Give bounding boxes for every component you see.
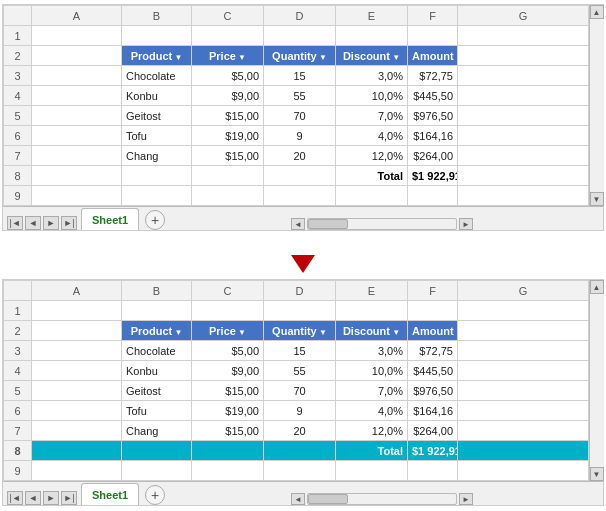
- cell-g4[interactable]: [458, 86, 589, 106]
- cell-g6[interactable]: [458, 126, 589, 146]
- cell-e1[interactable]: [336, 26, 408, 46]
- cell-a6[interactable]: [32, 126, 122, 146]
- bot-cell-g1[interactable]: [458, 301, 589, 321]
- cell-g7[interactable]: [458, 146, 589, 166]
- bot-qty-r3[interactable]: 15: [264, 341, 336, 361]
- bot-nav-first-btn[interactable]: |◄: [7, 491, 23, 505]
- bot-amt-r5[interactable]: $976,50: [408, 381, 458, 401]
- bot-sheet1-tab[interactable]: Sheet1: [81, 483, 139, 505]
- top-amount-header[interactable]: Amount: [408, 46, 458, 66]
- bot-disc-r5[interactable]: 7,0%: [336, 381, 408, 401]
- bot-cell-d9[interactable]: [264, 461, 336, 481]
- scroll-up-button[interactable]: ▲: [590, 5, 604, 19]
- bot-h-scrollbar-thumb[interactable]: [308, 494, 348, 504]
- bot-cell-d1[interactable]: [264, 301, 336, 321]
- bot-discount-header[interactable]: Discount: [336, 321, 408, 341]
- bot-disc-r7[interactable]: 12,0%: [336, 421, 408, 441]
- bot-product-r7[interactable]: Chang: [122, 421, 192, 441]
- bot-h-scroll-left-btn[interactable]: ◄: [291, 493, 305, 505]
- bot-nav-next-btn[interactable]: ►: [43, 491, 59, 505]
- cell-g2[interactable]: [458, 46, 589, 66]
- top-disc-r5[interactable]: 7,0%: [336, 106, 408, 126]
- bot-amt-r4[interactable]: $445,50: [408, 361, 458, 381]
- bot-cell-a1[interactable]: [32, 301, 122, 321]
- top-product-r5[interactable]: Geitost: [122, 106, 192, 126]
- cell-f9[interactable]: [408, 186, 458, 206]
- top-product-header[interactable]: Product: [122, 46, 192, 66]
- cell-a1[interactable]: [32, 26, 122, 46]
- top-price-r3[interactable]: $5,00: [192, 66, 264, 86]
- bot-scroll-down-button[interactable]: ▼: [590, 467, 604, 481]
- bot-amt-r3[interactable]: $72,75: [408, 341, 458, 361]
- bot-cell-a4[interactable]: [32, 361, 122, 381]
- bot-cell-g3[interactable]: [458, 341, 589, 361]
- bot-product-r4[interactable]: Konbu: [122, 361, 192, 381]
- h-scroll-left-btn[interactable]: ◄: [291, 218, 305, 230]
- cell-a7[interactable]: [32, 146, 122, 166]
- bot-h-scrollbar[interactable]: [307, 493, 457, 505]
- top-qty-r3[interactable]: 15: [264, 66, 336, 86]
- bot-cell-g4[interactable]: [458, 361, 589, 381]
- top-product-r3[interactable]: Chocolate: [122, 66, 192, 86]
- bot-cell-a9[interactable]: [32, 461, 122, 481]
- bot-disc-r4[interactable]: 10,0%: [336, 361, 408, 381]
- bot-cell-f1[interactable]: [408, 301, 458, 321]
- bot-product-r6[interactable]: Tofu: [122, 401, 192, 421]
- bot-cell-g6[interactable]: [458, 401, 589, 421]
- bot-cell-a8[interactable]: [32, 441, 122, 461]
- nav-next-btn[interactable]: ►: [43, 216, 59, 230]
- cell-c9[interactable]: [192, 186, 264, 206]
- cell-d9[interactable]: [264, 186, 336, 206]
- bot-cell-f9[interactable]: [408, 461, 458, 481]
- cell-e9[interactable]: [336, 186, 408, 206]
- sheet1-tab[interactable]: Sheet1: [81, 208, 139, 230]
- top-qty-r7[interactable]: 20: [264, 146, 336, 166]
- add-sheet-button[interactable]: +: [145, 210, 165, 230]
- bot-cell-a2[interactable]: [32, 321, 122, 341]
- top-disc-r3[interactable]: 3,0%: [336, 66, 408, 86]
- top-qty-r6[interactable]: 9: [264, 126, 336, 146]
- top-amt-r5[interactable]: $976,50: [408, 106, 458, 126]
- cell-a9[interactable]: [32, 186, 122, 206]
- top-amt-r6[interactable]: $164,16: [408, 126, 458, 146]
- bot-price-r7[interactable]: $15,00: [192, 421, 264, 441]
- bot-qty-r7[interactable]: 20: [264, 421, 336, 441]
- cell-c1[interactable]: [192, 26, 264, 46]
- h-scroll-right-btn[interactable]: ►: [459, 218, 473, 230]
- bot-cell-a3[interactable]: [32, 341, 122, 361]
- cell-a5[interactable]: [32, 106, 122, 126]
- bot-product-header[interactable]: Product: [122, 321, 192, 341]
- top-amt-r3[interactable]: $72,75: [408, 66, 458, 86]
- bot-price-r6[interactable]: $19,00: [192, 401, 264, 421]
- cell-a3[interactable]: [32, 66, 122, 86]
- h-scrollbar-thumb[interactable]: [308, 219, 348, 229]
- top-discount-header[interactable]: Discount: [336, 46, 408, 66]
- bot-price-header[interactable]: Price: [192, 321, 264, 341]
- vertical-scrollbar[interactable]: ▲ ▼: [589, 5, 603, 206]
- bot-disc-r6[interactable]: 4,0%: [336, 401, 408, 421]
- top-product-r6[interactable]: Tofu: [122, 126, 192, 146]
- cell-a8[interactable]: [32, 166, 122, 186]
- cell-g8[interactable]: [458, 166, 589, 186]
- bot-amt-r6[interactable]: $164,16: [408, 401, 458, 421]
- cell-b9[interactable]: [122, 186, 192, 206]
- top-price-r7[interactable]: $15,00: [192, 146, 264, 166]
- nav-first-btn[interactable]: |◄: [7, 216, 23, 230]
- top-product-r7[interactable]: Chang: [122, 146, 192, 166]
- cell-c8[interactable]: [192, 166, 264, 186]
- top-disc-r7[interactable]: 12,0%: [336, 146, 408, 166]
- top-amt-r7[interactable]: $264,00: [408, 146, 458, 166]
- bot-quantity-header[interactable]: Quantity: [264, 321, 336, 341]
- bot-product-r5[interactable]: Geitost: [122, 381, 192, 401]
- cell-d8[interactable]: [264, 166, 336, 186]
- bot-price-r3[interactable]: $5,00: [192, 341, 264, 361]
- bot-cell-g2[interactable]: [458, 321, 589, 341]
- bot-nav-last-btn[interactable]: ►|: [61, 491, 77, 505]
- bot-amount-header[interactable]: Amount: [408, 321, 458, 341]
- bot-cell-c1[interactable]: [192, 301, 264, 321]
- bot-cell-g5[interactable]: [458, 381, 589, 401]
- bot-h-scroll-right-btn[interactable]: ►: [459, 493, 473, 505]
- cell-d1[interactable]: [264, 26, 336, 46]
- bot-disc-r3[interactable]: 3,0%: [336, 341, 408, 361]
- cell-g1[interactable]: [458, 26, 589, 46]
